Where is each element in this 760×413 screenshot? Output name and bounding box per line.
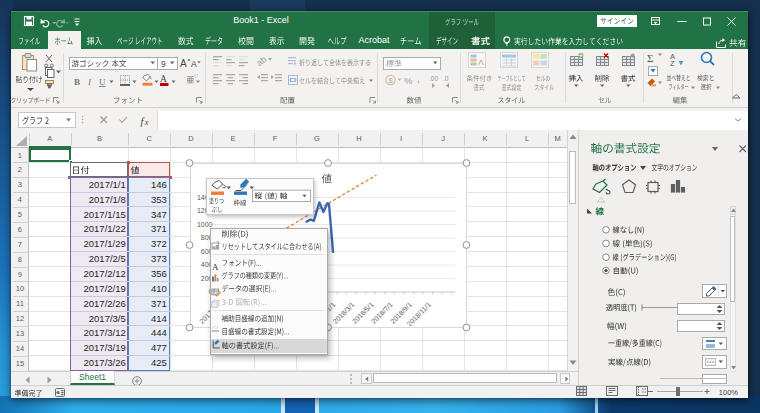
svg-text:2017/3/1: 2017/3/1 [217, 301, 241, 325]
svg-text:U: U [99, 77, 106, 87]
svg-text:Σ: Σ [647, 52, 653, 64]
svg-text:2017/9/1: 2017/9/1 [274, 301, 298, 325]
svg-text:x: x [144, 118, 149, 127]
svg-text:ab: ab [254, 54, 268, 68]
svg-text:A: A [191, 59, 197, 69]
svg-text:2018/3/1: 2018/3/1 [332, 301, 356, 325]
svg-text:%: % [404, 75, 413, 86]
svg-text:.00: .00 [429, 75, 438, 82]
svg-text:0: 0 [209, 288, 213, 295]
svg-text:A: A [160, 74, 167, 84]
svg-text:$: $ [388, 76, 393, 85]
svg-text:A: A [212, 261, 219, 271]
svg-text:f: f [141, 116, 146, 127]
svg-text:B: B [74, 77, 80, 87]
svg-text:200: 200 [201, 275, 213, 282]
svg-text:2017/11/1: 2017/11/1 [291, 301, 318, 328]
svg-text:400: 400 [201, 261, 213, 268]
svg-text:A: A [670, 52, 675, 61]
svg-text:600: 600 [201, 248, 213, 255]
svg-text:Z: Z [670, 59, 675, 68]
svg-text:2018/11/1: 2018/11/1 [406, 301, 433, 328]
svg-text:2017/7/1: 2017/7/1 [255, 301, 279, 325]
svg-text:2017/1/1: 2017/1/1 [198, 301, 222, 325]
svg-text:1200: 1200 [197, 207, 213, 214]
svg-text:800: 800 [201, 234, 213, 241]
svg-text:2018/9/1: 2018/9/1 [389, 301, 413, 325]
svg-text:1000: 1000 [197, 221, 213, 228]
svg-text:I: I [87, 77, 92, 87]
svg-text:2017/5/1: 2017/5/1 [236, 301, 260, 325]
svg-text:,: , [417, 73, 420, 84]
svg-text:A: A [180, 58, 187, 69]
svg-text:2018/5/1: 2018/5/1 [351, 301, 375, 325]
svg-text:1400: 1400 [197, 194, 213, 201]
svg-text:2018/1/1: 2018/1/1 [312, 301, 336, 325]
svg-text:2018/7/1: 2018/7/1 [370, 301, 394, 325]
svg-text:.0: .0 [443, 75, 449, 82]
